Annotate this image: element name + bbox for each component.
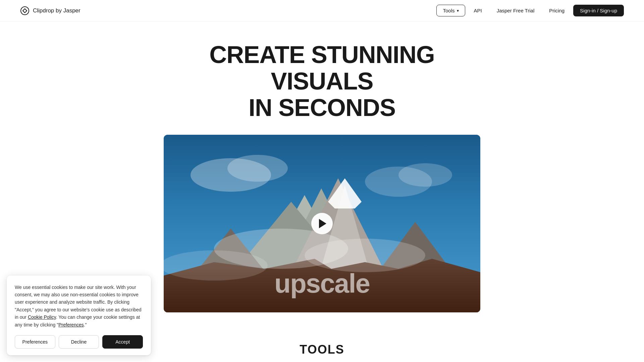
hero-title-line1: CREATE STUNNING VISUALS [209, 41, 435, 95]
pricing-link[interactable]: Pricing [543, 5, 571, 16]
upscale-overlay-text: upscale [274, 268, 370, 299]
navbar: Clipdrop by Jasper Tools ▾ API Jasper Fr… [0, 0, 644, 21]
chevron-down-icon: ▾ [457, 8, 459, 13]
cookie-banner: We use essential cookies to make our sit… [7, 276, 151, 355]
accept-button[interactable]: Accept [102, 335, 143, 349]
logo-text: Clipdrop by Jasper [33, 7, 80, 14]
video-container: upscale [164, 135, 480, 312]
svg-point-0 [21, 7, 29, 15]
svg-point-3 [227, 155, 288, 182]
preferences-link[interactable]: Preferences [58, 322, 84, 327]
tools-button[interactable]: Tools ▾ [436, 5, 465, 16]
signin-button[interactable]: Sign-in / Sign-up [573, 5, 624, 16]
logo[interactable]: Clipdrop by Jasper [20, 6, 80, 15]
decline-button[interactable]: Decline [59, 335, 99, 349]
hero-title: CREATE STUNNING VISUALS IN SECONDS [171, 42, 473, 121]
logo-icon [20, 6, 30, 15]
hero-section: CREATE STUNNING VISUALS IN SECONDS [0, 21, 644, 135]
cookie-text: We use essential cookies to make our sit… [15, 284, 143, 328]
play-icon [319, 219, 326, 228]
play-button[interactable] [311, 213, 333, 234]
trial-link[interactable]: Jasper Free Trial [491, 5, 541, 16]
svg-point-16 [305, 239, 425, 272]
svg-point-17 [164, 250, 268, 281]
hero-title-line2: IN SECONDS [249, 94, 395, 121]
nav-links: Tools ▾ API Jasper Free Trial Pricing Si… [436, 5, 624, 16]
svg-point-5 [398, 163, 452, 187]
cookie-text-part3: ." [84, 322, 87, 327]
tools-label: Tools [443, 8, 454, 13]
preferences-button[interactable]: Preferences [15, 335, 55, 349]
api-link[interactable]: API [468, 5, 488, 16]
cookie-policy-link[interactable]: Cookie Policy [28, 314, 56, 320]
cookie-buttons: Preferences Decline Accept [15, 335, 143, 349]
